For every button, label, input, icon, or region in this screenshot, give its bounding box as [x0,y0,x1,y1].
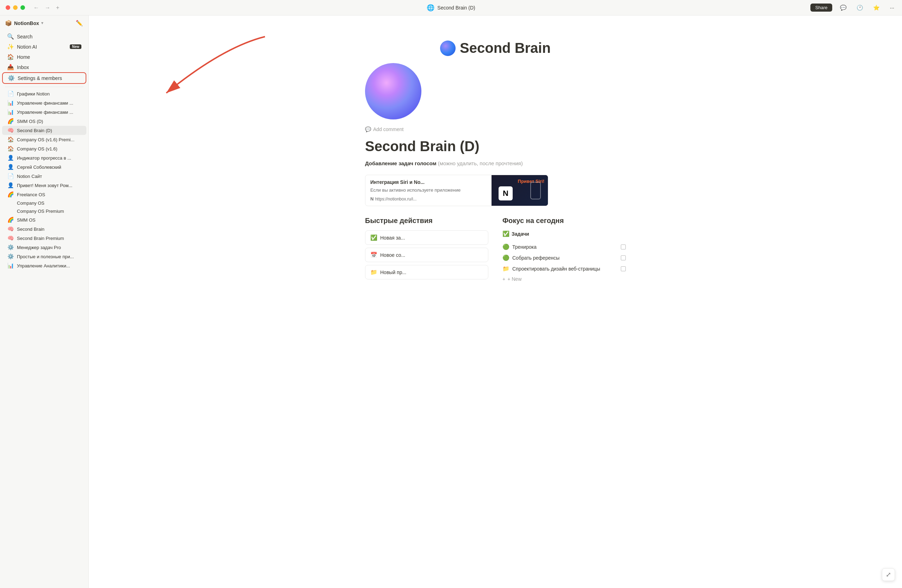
focus-tasks-label: ✅ Задачи [503,230,626,237]
chat-button[interactable]: 💬 [838,4,849,12]
action-new-project[interactable]: 📁 Новый пр... [365,265,489,279]
forward-button[interactable]: → [43,4,52,12]
action-label: Новое со... [380,252,405,258]
list-item-label: Notion Сайт [17,174,81,179]
list-item-grafiki[interactable]: 📄 Графики Notion [2,89,86,98]
main-content: Second Brain 💬 Add comment Second Brain … [89,16,902,588]
share-button[interactable]: Share [810,3,833,12]
expand-button[interactable]: ⤢ [882,568,895,581]
list-item-smmos[interactable]: 🌈 SMM OS [2,215,86,224]
action-new-task[interactable]: ✅ Новая за... [365,230,489,245]
sidebar-item-search[interactable]: 🔍 Search [2,31,86,42]
list-item-sergey[interactable]: 👤 Сергей Соболевский [2,163,86,172]
list-item-label: Company OS (v1.6) [17,146,81,152]
list-item-label: Управление финансами ... [17,109,81,115]
list-item-indicator[interactable]: 👤 Индикатор прогресса в ... [2,153,86,163]
new-page-button[interactable]: ✏️ [75,19,83,27]
list-item-fin2[interactable]: 📊 Управление финансами ... [2,108,86,117]
list-item-secondbrain-d[interactable]: 🧠 Second Brain (D) [2,126,86,135]
workspace-selector[interactable]: 📦 NotionBox ▾ [5,20,43,27]
link-card-title: Интеграция Siri и No... [370,179,487,185]
logo-title: Second Brain [460,40,551,56]
sidebar-item-inbox[interactable]: 📥 Inbox [2,62,86,72]
page-title: Second Brain (D) [437,5,475,11]
task-checkbox-2[interactable] [621,255,626,260]
list-item-icon: 🏠 [7,136,14,143]
history-button[interactable]: 🕐 [854,4,865,12]
sidebar-nav: 🔍 Search ✨ Notion AI New 🏠 Home 📥 Inbox … [0,31,88,84]
search-icon: 🔍 [7,33,14,40]
favorite-button[interactable]: ⭐ [871,4,882,12]
inbox-label: Inbox [17,64,81,70]
list-item-label: Индикатор прогресса в ... [17,155,81,161]
task-name: Тренирока [512,244,537,250]
list-item-icon: 📊 [7,263,14,269]
nav-buttons: ← → + [32,4,61,12]
close-button[interactable] [6,5,10,10]
list-item-freelance[interactable]: 🌈 Freelance OS [2,190,86,199]
titlebar: ← → + 🌐 Second Brain (D) Share 💬 🕐 ⭐ ··· [0,0,902,16]
workspace-chevron-icon: ▾ [41,21,43,25]
home-icon: 🏠 [7,53,14,60]
list-item-fin1[interactable]: 📊 Управление финансами ... [2,98,86,108]
list-item-companyos-prem1[interactable]: 🏠 Company OS (v1.6) Premi... [2,135,86,144]
maximize-button[interactable] [20,5,25,10]
task-checkbox-3[interactable] [621,266,626,271]
list-item-smmos-d[interactable]: 🌈 SMM OS (D) [2,117,86,126]
tasks-label-text: Задачи [512,231,529,237]
new-tab-button[interactable]: + [55,4,61,12]
sidebar-divider [5,87,83,87]
task-name: Собрать референсы [512,255,559,261]
page-content: Second Brain 💬 Add comment Second Brain … [337,16,654,310]
subtitle-row: Добавление задач голосом (можно удалить,… [365,160,626,166]
new-task-button[interactable]: + + New [503,276,626,282]
notion-ai-label: Notion AI [17,44,67,50]
sidebar-list: 📄 Графики Notion 📊 Управление финансами … [0,89,88,588]
list-item-label: Freelance OS [17,192,81,197]
task-left: 🟢 Тренирока [503,244,537,250]
list-item-companyos-premium[interactable]: Company OS Premium [2,207,86,215]
list-item-icon: 🧠 [7,226,14,232]
more-button[interactable]: ··· [888,4,896,11]
calendar-icon: 📅 [370,252,377,258]
list-item-privyet[interactable]: 👤 Привет! Меня зовут Ром... [2,181,86,190]
action-new-event[interactable]: 📅 Новое со... [365,248,489,262]
list-item-secondbrain[interactable]: 🧠 Second Brain [2,224,86,234]
action-label: Новая за... [380,235,405,241]
list-item-secondbrain-premium[interactable]: 🧠 Second Brain Premium [2,234,86,243]
task-checkbox[interactable] [621,244,626,249]
notion-n-small: N [370,196,373,202]
list-item-manager-pro[interactable]: ⚙️ Менеджер задач Pro [2,243,86,252]
list-item-icon: 🌈 [7,217,14,223]
link-card-thumbnail: Привет Siri! N [492,175,548,206]
quick-actions-col: Быстрые действия ✅ Новая за... 📅 Новое с… [365,217,489,282]
minimize-button[interactable] [13,5,17,10]
sidebar-item-notion-ai[interactable]: ✨ Notion AI New [2,42,86,52]
list-item-companyos[interactable]: Company OS [2,199,86,207]
link-card-description: Если вы активно используете приложение [370,187,487,194]
task-folder-icon: 📁 [503,265,509,272]
page-title-heading: Second Brain (D) [365,138,626,155]
phone-outline [530,182,541,199]
search-label: Search [17,34,81,39]
sidebar-item-home[interactable]: 🏠 Home [2,52,86,62]
list-item-notionsite[interactable]: 📄 Notion Сайт [2,172,86,181]
settings-label: Settings & members [17,75,81,81]
list-item-label: Сергей Соболевский [17,164,81,170]
list-item-simple-apps[interactable]: ⚙️ Простые и полезные при... [2,252,86,261]
sidebar-item-settings[interactable]: ⚙️ Settings & members [2,72,86,84]
task-row-trenirovka: 🟢 Тренирока [503,241,626,252]
list-item-icon: 🧠 [7,127,14,133]
expand-button-float: ⤢ [882,568,895,581]
list-item-label: Company OS [17,200,81,206]
link-card[interactable]: Интеграция Siri и No... Если вы активно … [365,175,548,206]
list-item-label: SMM OS [17,217,81,223]
list-item-companyos-v16[interactable]: 🏠 Company OS (v1.6) [2,144,86,153]
back-button[interactable]: ← [32,4,41,12]
add-comment-row[interactable]: 💬 Add comment [365,127,626,132]
list-item-analytics[interactable]: 📊 Управление Аналитики... [2,261,86,270]
task-left: 📁 Спроектировать дизайн веб-страницы [503,265,600,272]
workspace-name-label: NotionBox [14,20,39,26]
list-item-icon: 📊 [7,100,14,106]
inbox-icon: 📥 [7,64,14,70]
